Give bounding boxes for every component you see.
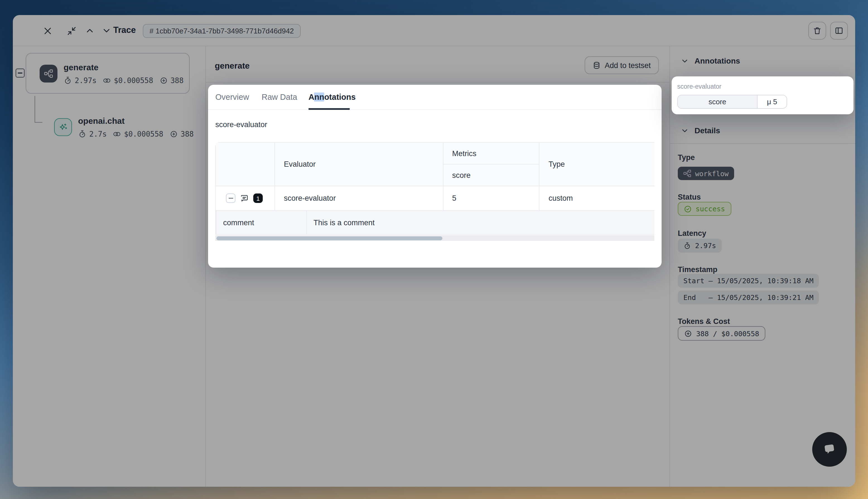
popup-evaluator-label: score-evaluator xyxy=(677,83,722,90)
header-cell-evaluator: Evaluator xyxy=(275,143,443,186)
scrollbar-thumb[interactable] xyxy=(216,236,442,240)
annotation-count-badge: 1 xyxy=(253,194,263,203)
cell-evaluator: score-evaluator xyxy=(275,186,443,211)
comment-value: This is a comment xyxy=(307,211,654,234)
header-cell-metrics: Metrics score xyxy=(443,143,540,186)
header-cell-empty xyxy=(216,143,275,186)
tab-bar: Overview Raw Data Annotations xyxy=(208,85,662,110)
tab-annotations[interactable]: Annotations xyxy=(309,93,355,101)
annotations-tab-panel: Overview Raw Data Annotations score-eval… xyxy=(208,85,662,268)
metric-value: μ 5 xyxy=(758,95,786,108)
table-row[interactable]: 1 score-evaluator 5 custom xyxy=(216,186,654,211)
row-checkbox-indeterminate[interactable] xyxy=(226,194,236,203)
tab-overview[interactable]: Overview xyxy=(215,93,249,101)
metric-name: score xyxy=(678,95,758,108)
trace-modal: Trace # 1cbb70e7-34a1-7bb7-3498-771b7d46… xyxy=(13,15,855,487)
evaluator-section-label: score-evaluator xyxy=(215,120,267,129)
header-cell-score: score xyxy=(443,165,539,186)
annotations-table: Evaluator Metrics score Type 1 xyxy=(215,142,654,235)
desktop-background: Trace # 1cbb70e7-34a1-7bb7-3498-771b7d46… xyxy=(0,0,868,499)
header-cell-type: Type xyxy=(540,143,654,186)
active-tab-underline xyxy=(309,108,350,110)
comment-icon[interactable] xyxy=(240,194,249,203)
cell-type: custom xyxy=(540,186,654,211)
comment-key: comment xyxy=(216,211,307,234)
annotation-score-popup: score-evaluator score μ 5 xyxy=(672,76,854,114)
horizontal-scrollbar xyxy=(215,235,654,241)
text-selection-highlight: nn xyxy=(314,93,324,101)
score-metric-chip[interactable]: score μ 5 xyxy=(677,95,787,109)
comment-row: comment This is a comment xyxy=(216,211,654,235)
cell-score: 5 xyxy=(443,186,540,211)
tab-raw-data[interactable]: Raw Data xyxy=(262,93,297,101)
